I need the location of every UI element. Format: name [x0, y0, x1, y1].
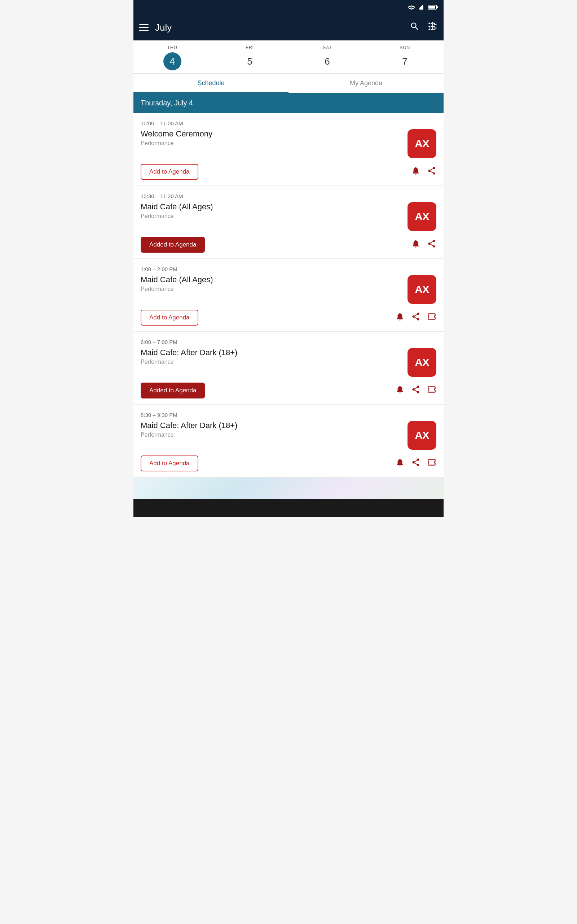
event-2-bell-icon[interactable]: [411, 239, 421, 251]
day-sat-number: 6: [318, 52, 337, 70]
day-sat-label: SAT: [323, 45, 332, 50]
event-3-add-to-agenda-button[interactable]: Add to Agenda: [141, 310, 198, 326]
day-sat[interactable]: SAT 6: [313, 45, 342, 70]
event-5-title: Maid Cafe: After Dark (18+): [141, 421, 403, 430]
event-2-logo: AX: [408, 202, 436, 231]
event-1-add-to-agenda-button[interactable]: Add to Agenda: [141, 164, 198, 180]
event-5-type: Performance: [141, 432, 403, 438]
event-3-bell-icon[interactable]: [395, 312, 405, 324]
event-card-3: 1:00 – 2:00 PM Maid Cafe (All Ages) Perf…: [134, 259, 443, 332]
svg-rect-11: [430, 26, 432, 26]
day-thu-label: THU: [167, 45, 177, 50]
event-card-5: 8:30 – 9:30 PM Maid Cafe: After Dark (18…: [134, 405, 443, 478]
svg-rect-2: [421, 6, 422, 10]
page-title: July: [155, 22, 172, 33]
event-4-bell-icon[interactable]: [395, 385, 405, 397]
event-2-share-icon[interactable]: [427, 239, 436, 251]
svg-rect-14: [434, 26, 435, 26]
day-fri-number: 5: [241, 52, 259, 70]
event-2-type: Performance: [141, 213, 403, 220]
event-card-4: 6:00 – 7:00 PM Maid Cafe: After Dark (18…: [134, 332, 443, 405]
tab-bar: Schedule My Agenda: [134, 74, 443, 93]
event-2-title: Maid Cafe (All Ages): [141, 202, 403, 212]
event-4-info: Maid Cafe: After Dark (18+) Performance: [141, 348, 403, 365]
day-thu[interactable]: THU 4: [158, 45, 187, 70]
svg-rect-5: [437, 6, 438, 8]
tab-my-agenda[interactable]: My Agenda: [288, 74, 443, 93]
event-5-action-icons: [395, 458, 436, 470]
event-2-added-to-agenda-button[interactable]: Added to Agenda: [141, 237, 205, 253]
event-1-action-icons: [411, 166, 436, 178]
event-3-info: Maid Cafe (All Ages) Performance: [141, 275, 403, 292]
event-5-ticket-icon[interactable]: [427, 458, 436, 470]
event-5-bell-icon[interactable]: [395, 458, 405, 470]
app-header: July: [134, 15, 443, 40]
day-fri-label: FRI: [246, 45, 253, 50]
event-3-ticket-icon[interactable]: [427, 312, 436, 324]
event-3-share-icon[interactable]: [411, 312, 421, 324]
event-4-logo: AX: [408, 348, 436, 377]
event-1-time: 10:00 – 11:00 AM: [141, 120, 436, 126]
event-1-type: Performance: [141, 140, 403, 147]
event-1-logo: AX: [408, 129, 436, 158]
signal-icon: [418, 4, 425, 10]
event-4-title: Maid Cafe: After Dark (18+): [141, 348, 403, 357]
svg-rect-1: [420, 7, 421, 10]
search-button[interactable]: [410, 21, 420, 34]
svg-rect-12: [430, 29, 432, 30]
event-1-title: Welcome Ceremony: [141, 129, 403, 139]
event-4-share-icon[interactable]: [411, 385, 421, 397]
event-5-info: Maid Cafe: After Dark (18+) Performance: [141, 421, 403, 438]
date-section-header: Thursday, July 4: [134, 93, 443, 113]
tab-schedule[interactable]: Schedule: [134, 74, 288, 93]
event-3-logo: AX: [408, 275, 436, 304]
event-2-action-icons: [411, 239, 436, 251]
ad-banner: [134, 478, 443, 499]
svg-rect-6: [429, 6, 435, 8]
event-3-type: Performance: [141, 286, 403, 292]
event-2-time: 10:30 – 11:30 AM: [141, 193, 436, 199]
day-sun-label: SUN: [400, 45, 410, 50]
svg-rect-8: [429, 26, 430, 26]
svg-rect-3: [422, 5, 423, 10]
event-3-action-icons: [395, 312, 436, 324]
status-bar: [134, 0, 443, 15]
day-sun[interactable]: SUN 7: [390, 45, 419, 70]
event-5-share-icon[interactable]: [411, 458, 421, 470]
event-card-1: 10:00 – 11:00 AM Welcome Ceremony Perfor…: [134, 113, 443, 186]
event-4-action-icons: [395, 385, 436, 397]
event-2-info: Maid Cafe (All Ages) Performance: [141, 202, 403, 220]
event-5-add-to-agenda-button[interactable]: Add to Agenda: [141, 456, 198, 472]
day-sun-number: 7: [396, 52, 414, 70]
svg-rect-10: [430, 23, 432, 23]
header-right: [410, 21, 438, 34]
event-card-2: 10:30 – 11:30 AM Maid Cafe (All Ages) Pe…: [134, 186, 443, 259]
day-thu-number: 4: [163, 52, 181, 70]
event-3-title: Maid Cafe (All Ages): [141, 275, 403, 284]
svg-rect-7: [429, 23, 430, 23]
day-fri[interactable]: FRI 5: [235, 45, 264, 70]
svg-rect-15: [434, 29, 435, 30]
event-4-time: 6:00 – 7:00 PM: [141, 339, 436, 345]
svg-rect-9: [429, 29, 430, 30]
svg-rect-0: [419, 8, 420, 10]
header-left: July: [139, 22, 172, 33]
event-4-type: Performance: [141, 359, 403, 365]
battery-icon: [428, 4, 438, 10]
event-4-ticket-icon[interactable]: [427, 385, 436, 397]
hamburger-menu-button[interactable]: [139, 24, 148, 31]
event-1-share-icon[interactable]: [427, 166, 436, 178]
bottom-nav-bar: [134, 499, 443, 517]
event-5-logo: AX: [408, 421, 436, 450]
event-1-info: Welcome Ceremony Performance: [141, 129, 403, 147]
event-5-time: 8:30 – 9:30 PM: [141, 412, 436, 418]
svg-rect-13: [434, 23, 435, 23]
filter-button[interactable]: [428, 21, 438, 34]
event-1-bell-icon[interactable]: [411, 166, 421, 178]
wifi-icon: [408, 4, 416, 10]
event-3-time: 1:00 – 2:00 PM: [141, 266, 436, 272]
event-4-added-to-agenda-button[interactable]: Added to Agenda: [141, 383, 205, 399]
day-navigation: THU 4 FRI 5 SAT 6 SUN 7: [134, 40, 443, 74]
